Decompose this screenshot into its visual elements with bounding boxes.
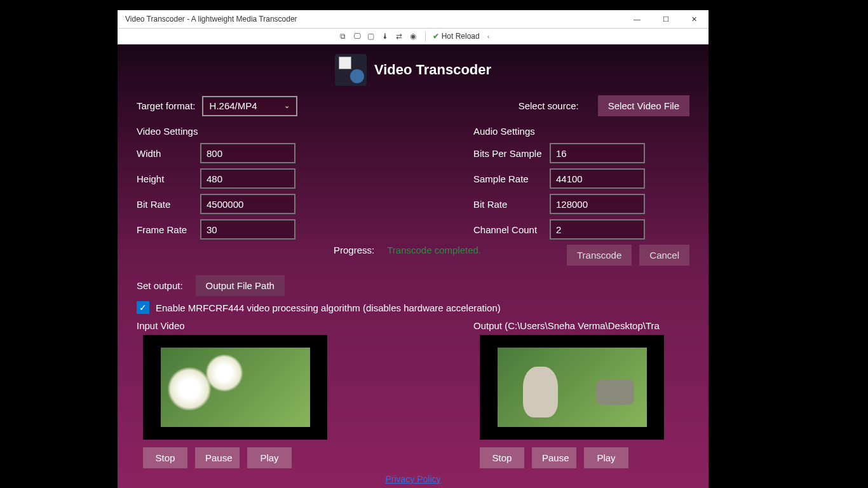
- select-file-button[interactable]: Select Video File: [598, 95, 689, 116]
- set-output-label: Set output:: [137, 280, 183, 291]
- privacy-policy-link[interactable]: Privacy Policy: [385, 474, 440, 484]
- close-button[interactable]: ✕: [680, 10, 709, 28]
- tool-icon[interactable]: 🌡: [379, 30, 391, 43]
- tool-icon[interactable]: ◉: [407, 30, 419, 43]
- progress-label: Progress:: [334, 245, 374, 255]
- hot-reload-button[interactable]: ✔ Hot Reload: [429, 32, 484, 41]
- video-settings-title: Video Settings: [137, 126, 365, 137]
- output-video-label: Output (C:\Users\Sneha Verma\Desktop\Tra: [473, 320, 689, 331]
- minimize-button[interactable]: —: [623, 10, 651, 28]
- video-bitrate-input[interactable]: [200, 194, 295, 214]
- audio-bitrate-input[interactable]: [550, 194, 645, 214]
- target-format-value: H.264/MP4: [210, 100, 257, 111]
- input-video-preview: [143, 335, 327, 440]
- video-thumbnail: [498, 348, 647, 427]
- tool-icon[interactable]: 🖵: [351, 30, 363, 43]
- transcode-button[interactable]: Transcode: [567, 245, 632, 266]
- tool-icon[interactable]: ⇄: [393, 30, 405, 43]
- app-body: Video Transcoder Target format: H.264/MP…: [118, 44, 709, 488]
- app-title: Video Transcoder: [374, 62, 491, 78]
- input-stop-button[interactable]: Stop: [143, 447, 187, 468]
- channel-count-label: Channel Count: [473, 224, 550, 235]
- width-input[interactable]: [200, 143, 295, 163]
- channel-count-input[interactable]: [550, 219, 645, 240]
- progress-row: Progress: Transcode completed.: [334, 245, 481, 255]
- input-video-label: Input Video: [137, 320, 353, 331]
- titlebar: Video Transcoder - A lightweight Media T…: [118, 10, 709, 28]
- framerate-input[interactable]: [200, 219, 295, 240]
- audio-bitrate-label: Bit Rate: [473, 199, 550, 210]
- height-input[interactable]: [200, 168, 295, 189]
- output-path-button[interactable]: Output File Path: [196, 275, 285, 296]
- sample-rate-label: Sample Rate: [473, 173, 550, 184]
- cancel-button[interactable]: Cancel: [639, 245, 689, 266]
- target-format-label: Target format:: [137, 100, 196, 111]
- header: Video Transcoder: [137, 54, 689, 86]
- chevron-icon[interactable]: ‹: [485, 32, 492, 40]
- bits-input[interactable]: [550, 143, 645, 163]
- output-pause-button[interactable]: Pause: [532, 447, 576, 468]
- debug-toolbar: ⧉ 🖵 ▢ 🌡 ⇄ ◉ ✔ Hot Reload ‹: [118, 28, 709, 44]
- audio-settings-title: Audio Settings: [473, 126, 689, 137]
- input-play-button[interactable]: Play: [247, 447, 292, 468]
- separator: [425, 31, 426, 41]
- output-play-button[interactable]: Play: [584, 447, 628, 468]
- tool-icon[interactable]: ▢: [365, 30, 377, 43]
- output-stop-button[interactable]: Stop: [480, 447, 524, 468]
- maximize-button[interactable]: ☐: [651, 10, 680, 28]
- tool-icon[interactable]: ⧉: [337, 30, 349, 43]
- window-title: Video Transcoder - A lightweight Media T…: [125, 15, 297, 24]
- hot-reload-label: Hot Reload: [442, 32, 480, 41]
- width-label: Width: [137, 148, 200, 159]
- framerate-label: Frame Rate: [137, 224, 200, 235]
- progress-status: Transcode completed.: [387, 245, 481, 255]
- video-bitrate-label: Bit Rate: [137, 199, 200, 210]
- mrfcrf444-label: Enable MRFCRF444 video processing algori…: [156, 302, 501, 313]
- chevron-down-icon: ⌄: [284, 102, 290, 110]
- app-window: Video Transcoder - A lightweight Media T…: [118, 10, 709, 488]
- input-pause-button[interactable]: Pause: [195, 447, 240, 468]
- target-format-select[interactable]: H.264/MP4 ⌄: [202, 96, 297, 116]
- output-video-preview: [480, 335, 664, 440]
- window-controls: — ☐ ✕: [623, 10, 709, 28]
- sample-rate-input[interactable]: [550, 168, 645, 189]
- video-thumbnail: [161, 348, 310, 427]
- app-icon: [335, 54, 367, 86]
- select-source-label: Select source:: [519, 100, 579, 111]
- bits-label: Bits Per Sample: [473, 148, 550, 159]
- height-label: Height: [137, 173, 200, 184]
- mrfcrf444-checkbox[interactable]: ✓: [137, 301, 149, 314]
- check-icon: ✔: [433, 32, 439, 41]
